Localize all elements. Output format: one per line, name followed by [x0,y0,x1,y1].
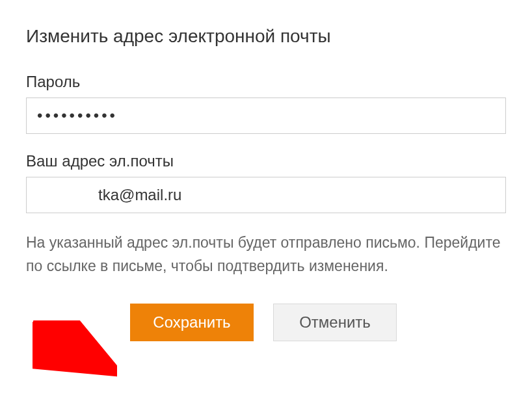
cancel-button[interactable]: Отменить [273,304,397,341]
save-button[interactable]: Сохранить [130,304,254,341]
password-label: Пароль [26,73,506,91]
password-input[interactable] [26,98,506,134]
arrow-annotation-icon [33,320,117,379]
form-title: Изменить адрес электронной почты [26,26,506,47]
help-text: На указанный адрес эл.почты будет отправ… [26,231,506,278]
email-input[interactable] [26,177,506,213]
email-label: Ваш адрес эл.почты [26,152,506,170]
email-group: Ваш адрес эл.почты [26,152,506,213]
password-group: Пароль [26,73,506,134]
button-row: Сохранить Отменить [130,304,506,341]
